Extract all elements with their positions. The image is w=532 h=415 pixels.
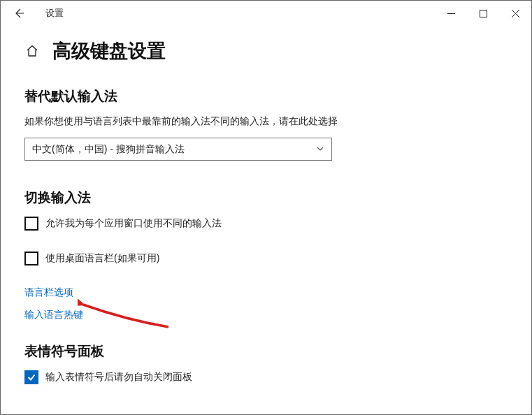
link-input-hotkeys[interactable]: 输入语言热键 — [24, 309, 508, 321]
home-icon — [25, 44, 39, 58]
back-button[interactable] — [6, 1, 31, 26]
dropdown-value: 中文(简体，中国) - 搜狗拼音输入法 — [32, 143, 185, 156]
checkbox-checked-icon — [24, 370, 38, 384]
close-button[interactable] — [499, 2, 531, 24]
checkbox-emoji-autoclose[interactable]: 输入表情符号后请勿自动关闭面板 — [24, 370, 508, 384]
arrow-left-icon — [13, 8, 24, 19]
checkbox-label: 输入表情符号后请勿自动关闭面板 — [45, 371, 192, 384]
checkbox-label: 允许我为每个应用窗口使用不同的输入法 — [45, 217, 222, 230]
home-button[interactable] — [24, 43, 40, 59]
checkbox-icon — [24, 217, 38, 231]
maximize-icon — [480, 10, 487, 17]
page-title: 高级键盘设置 — [52, 38, 166, 64]
chevron-down-icon — [316, 144, 324, 155]
maximize-button[interactable] — [467, 2, 499, 24]
svg-rect-0 — [480, 10, 487, 17]
link-langbar-options[interactable]: 语言栏选项 — [24, 286, 508, 299]
checkbox-label: 使用桌面语言栏(如果可用) — [45, 252, 159, 265]
close-icon — [512, 10, 519, 17]
default-ime-dropdown[interactable]: 中文(简体，中国) - 搜狗拼音输入法 — [24, 138, 332, 161]
checkbox-desktop-langbar[interactable]: 使用桌面语言栏(如果可用) — [24, 252, 508, 265]
section-description: 如果你想使用与语言列表中最靠前的输入法不同的输入法，请在此处选择 — [24, 115, 508, 128]
section-heading-emoji: 表情符号面板 — [24, 342, 508, 361]
checkbox-icon — [24, 252, 38, 265]
section-heading-override: 替代默认输入法 — [24, 87, 508, 105]
checkbox-per-app-ime[interactable]: 允许我为每个应用窗口使用不同的输入法 — [24, 217, 508, 231]
window-title: 设置 — [31, 8, 64, 20]
section-heading-switch: 切换输入法 — [24, 189, 508, 207]
minimize-icon — [447, 10, 455, 17]
minimize-button[interactable] — [435, 2, 467, 24]
